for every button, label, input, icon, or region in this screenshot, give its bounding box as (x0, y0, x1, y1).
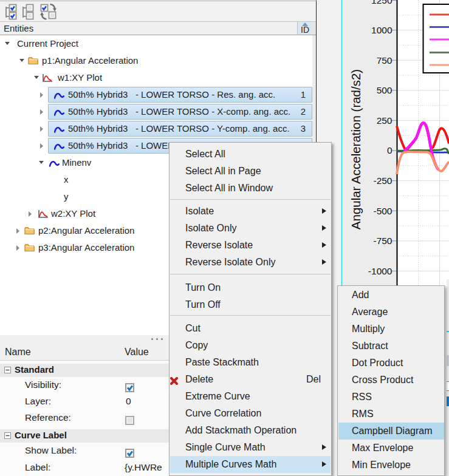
svg-text:-500: -500 (373, 206, 392, 216)
svg-text:250: 250 (377, 115, 392, 126)
svg-text:-250: -250 (373, 175, 392, 186)
svg-text:-1000: -1000 (368, 266, 392, 276)
svg-text:750: 750 (377, 55, 392, 66)
svg-text:500: 500 (377, 85, 392, 95)
svg-text:0: 0 (387, 145, 392, 155)
svg-text:Angular Acceleration (rad/s2): Angular Acceleration (rad/s2) (349, 69, 363, 229)
svg-text:-750: -750 (373, 236, 392, 246)
svg-text:1250: 1250 (371, 0, 392, 5)
svg-text:1000: 1000 (371, 25, 392, 35)
